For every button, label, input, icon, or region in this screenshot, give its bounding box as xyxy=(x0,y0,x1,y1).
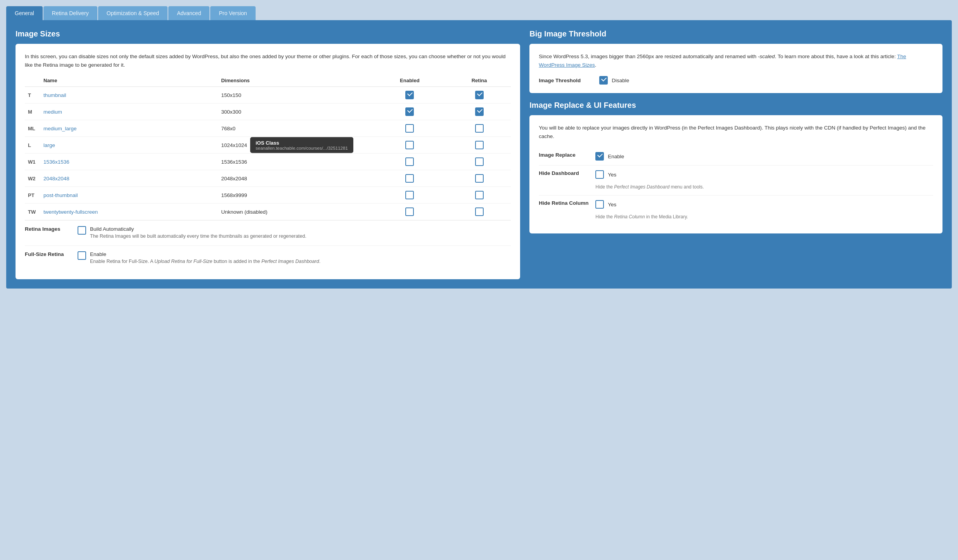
row-dimensions: 1024x1024iOS Classseanallen.teachable.co… xyxy=(218,137,372,154)
enabled-checkbox[interactable] xyxy=(405,141,414,149)
page-wrapper: General Retina Delivery Optimization & S… xyxy=(0,0,958,560)
retina-checkbox[interactable] xyxy=(475,141,484,149)
row-enabled xyxy=(372,154,448,170)
row-name: medium xyxy=(40,104,218,120)
row-dimensions: 1536x1536 xyxy=(218,154,372,170)
row-dimensions: 150x150 xyxy=(218,87,372,104)
replace-checkbox[interactable] xyxy=(595,152,604,161)
row-enabled xyxy=(372,187,448,204)
replace-content: YesHide the Perfect Images Dashboard men… xyxy=(595,170,704,190)
big-image-card: Since WordPress 5.3, images bigger than … xyxy=(529,44,942,93)
enabled-checkbox[interactable] xyxy=(405,124,414,133)
replace-row: Hide Retina ColumnYesHide the Retina Col… xyxy=(539,195,933,225)
image-threshold-row: Image Threshold Disable xyxy=(539,76,933,85)
enabled-checkbox[interactable] xyxy=(405,174,414,183)
image-threshold-check: Disable xyxy=(599,76,629,85)
retina-checkbox[interactable] xyxy=(475,157,484,166)
row-enabled xyxy=(372,170,448,187)
row-enabled xyxy=(372,120,448,137)
left-column: Image Sizes In this screen, you can disa… xyxy=(16,29,520,279)
full-size-retina-text: Enable Enable Retina for Full-Size. A Up… xyxy=(90,251,320,265)
tab-pro-version[interactable]: Pro Version xyxy=(210,6,255,20)
row-abbrev: PT xyxy=(25,187,40,204)
retina-checkbox[interactable] xyxy=(475,124,484,133)
row-retina xyxy=(448,104,511,120)
row-name-link[interactable]: thumbnail xyxy=(43,92,66,98)
replace-checkbox[interactable] xyxy=(595,200,604,209)
enabled-checkbox[interactable] xyxy=(405,157,414,166)
row-retina xyxy=(448,120,511,137)
enabled-checkbox[interactable] xyxy=(405,191,414,199)
tabs-bar: General Retina Delivery Optimization & S… xyxy=(6,6,952,20)
row-name: thumbnail xyxy=(40,87,218,104)
row-name-link[interactable]: medium xyxy=(43,109,62,115)
row-dimensions: 768x0 xyxy=(218,120,372,137)
tab-general[interactable]: General xyxy=(6,6,43,20)
row-abbrev: W2 xyxy=(25,170,40,187)
row-name-link[interactable]: twentytwenty-fullscreen xyxy=(43,209,98,215)
row-dimensions: 1568x9999 xyxy=(218,187,372,204)
replace-title: Yes xyxy=(608,172,616,178)
row-abbrev: T xyxy=(25,87,40,104)
row-name: 1536x1536 xyxy=(40,154,218,170)
retina-images-text: Build Automatically The Retina Images wi… xyxy=(90,226,306,240)
retina-images-label: Retina Images xyxy=(25,226,71,232)
retina-checkbox[interactable] xyxy=(475,174,484,183)
tooltip-url: seanallen.teachable.com/courses/.../3251… xyxy=(256,146,348,150)
retina-checkbox[interactable] xyxy=(475,107,484,116)
ios-tooltip: iOS Classseanallen.teachable.com/courses… xyxy=(250,137,353,153)
retina-checkbox[interactable] xyxy=(475,91,484,99)
full-size-retina-title: Enable xyxy=(90,251,320,257)
image-threshold-option: Disable xyxy=(612,78,629,83)
enabled-checkbox[interactable] xyxy=(405,91,414,99)
row-retina xyxy=(448,170,511,187)
image-replace-description: You will be able to replace your images … xyxy=(539,124,933,140)
row-abbrev: TW xyxy=(25,204,40,220)
image-replace-card: You will be able to replace your images … xyxy=(529,115,942,233)
row-enabled xyxy=(372,204,448,220)
tab-retina-delivery[interactable]: Retina Delivery xyxy=(43,6,97,20)
replace-label: Image Replace xyxy=(539,152,589,158)
row-retina xyxy=(448,137,511,154)
full-size-retina-checkbox[interactable] xyxy=(78,251,86,260)
row-name: medium_large xyxy=(40,120,218,137)
row-retina xyxy=(448,87,511,104)
image-replace-title: Image Replace & UI Features xyxy=(529,101,942,110)
row-dimensions: Unknown (disabled) xyxy=(218,204,372,220)
row-name-link[interactable]: post-thumbnail xyxy=(43,192,78,198)
retina-checkbox[interactable] xyxy=(475,191,484,199)
replace-desc: Hide the Retina Column in the Media Libr… xyxy=(595,213,688,220)
replace-checkbox[interactable] xyxy=(595,170,604,179)
tab-optimization-speed[interactable]: Optimization & Speed xyxy=(98,6,168,20)
retina-checkbox[interactable] xyxy=(475,207,484,216)
big-image-threshold-title: Big Image Threshold xyxy=(529,29,942,38)
replace-title: Enable xyxy=(608,154,624,159)
retina-images-row: Retina Images Build Automatically The Re… xyxy=(25,220,511,245)
row-name: 2048x2048 xyxy=(40,170,218,187)
row-abbrev: L xyxy=(25,137,40,154)
table-row: Mmedium300x300 xyxy=(25,104,511,120)
row-abbrev: ML xyxy=(25,120,40,137)
tab-advanced[interactable]: Advanced xyxy=(168,6,209,20)
image-threshold-label: Image Threshold xyxy=(539,78,593,83)
replace-row: Hide DashboardYesHide the Perfect Images… xyxy=(539,165,933,195)
row-name-link[interactable]: large xyxy=(43,142,55,148)
retina-images-checkbox[interactable] xyxy=(78,226,86,235)
row-name: large xyxy=(40,137,218,154)
replace-content: YesHide the Retina Column in the Media L… xyxy=(595,200,688,220)
row-enabled xyxy=(372,87,448,104)
table-row: TWtwentytwenty-fullscreenUnknown (disabl… xyxy=(25,204,511,220)
col-abbrev xyxy=(25,76,40,87)
row-name-link[interactable]: medium_large xyxy=(43,126,77,131)
full-size-retina-label: Full-Size Retina xyxy=(25,251,71,257)
table-row: W22048x20482048x2048 xyxy=(25,170,511,187)
row-retina xyxy=(448,187,511,204)
table-row: MLmedium_large768x0 xyxy=(25,120,511,137)
image-sizes-table: Name Dimensions Enabled Retina Tthumbnai… xyxy=(25,76,511,220)
row-name-link[interactable]: 1536x1536 xyxy=(43,159,69,165)
image-threshold-checkbox[interactable] xyxy=(599,76,608,85)
enabled-checkbox[interactable] xyxy=(405,207,414,216)
row-enabled xyxy=(372,137,448,154)
enabled-checkbox[interactable] xyxy=(405,107,414,116)
row-name-link[interactable]: 2048x2048 xyxy=(43,176,69,181)
